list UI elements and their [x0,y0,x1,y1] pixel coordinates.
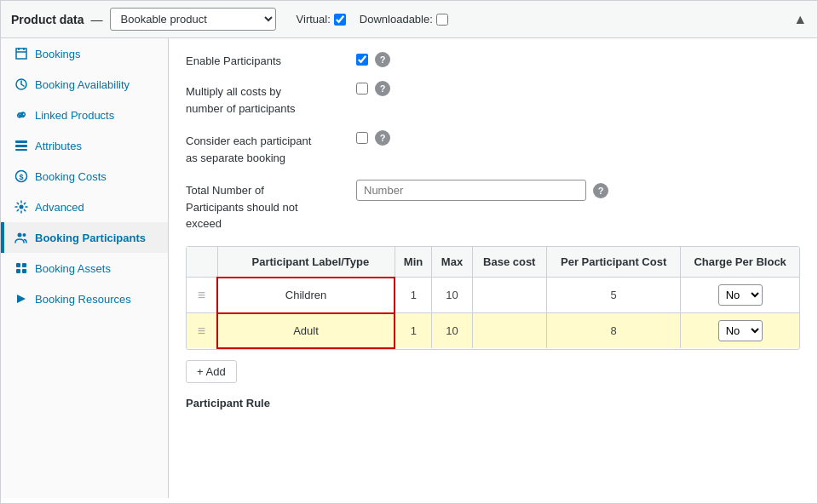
product-data-header: Product data — Bookable product Simple p… [1,1,817,38]
add-button[interactable]: + Add [186,360,237,383]
max-cell-children: 10 [432,278,472,313]
attributes-icon [14,139,28,152]
per-participant-cost-cell-adult: 8 [546,313,680,349]
sidebar-item-attributes[interactable]: Attributes [1,130,168,161]
downloadable-checkbox[interactable] [436,14,448,26]
sidebar-label-booking-availability: Booking Availability [35,78,130,91]
participants-icon [14,231,28,244]
consider-participant-checkbox[interactable] [356,132,368,144]
th-label-type: Participant Label/Type [217,247,395,278]
total-number-row: Total Number of Participants should not … [186,180,800,232]
header-checkboxes: Virtual: Downloadable: [297,13,448,26]
label-cell-children: Children [217,278,395,313]
th-max: Max [432,247,472,278]
product-data-container: Product data — Bookable product Simple p… [0,0,818,504]
costs-icon: $ [14,169,28,183]
svg-text:$: $ [19,173,23,181]
consider-participant-label: Consider each participant as separate bo… [186,130,348,166]
total-number-help[interactable]: ? [593,183,608,198]
enable-participants-checkbox[interactable] [356,54,368,66]
virtual-checkbox[interactable] [334,14,346,26]
svg-rect-12 [22,269,26,273]
participants-table: Participant Label/Type Min Max Base cost… [187,247,799,350]
consider-participant-help[interactable]: ? [375,130,390,146]
virtual-checkbox-item: Virtual: [297,13,346,26]
multiply-costs-help[interactable]: ? [375,81,390,96]
enable-participants-row: Enable Participants ? [186,52,800,67]
sidebar-label-booking-resources: Booking Resources [35,293,131,306]
enable-participants-label: Enable Participants [186,52,348,67]
main-content: Enable Participants ? Multiply all costs… [169,38,817,498]
max-cell-adult: 10 [432,313,472,349]
product-data-body: Bookings Booking Availability [1,38,817,498]
charge-per-block-cell-adult: No Yes [681,313,799,349]
sidebar: Bookings Booking Availability [1,38,169,498]
th-drag [187,247,217,278]
drag-handle[interactable] [198,288,205,303]
enable-participants-control: ? [356,52,390,67]
svg-rect-11 [16,269,20,273]
sidebar-item-booking-availability[interactable]: Booking Availability [1,69,168,100]
sidebar-item-booking-costs[interactable]: $ Booking Costs [1,161,168,192]
sidebar-item-booking-assets[interactable]: Booking Assets [1,253,168,284]
bookings-icon [14,47,28,60]
th-base-cost: Base cost [472,247,546,278]
participant-rule-label: Participant Rule [186,397,800,410]
multiply-costs-row: Multiply all costs by number of particip… [186,81,800,117]
collapse-arrow[interactable]: ▲ [793,12,807,27]
total-number-input[interactable] [356,180,586,201]
label-cell-adult: Adult [217,313,395,349]
sidebar-item-booking-participants[interactable]: Booking Participants [1,222,168,253]
sidebar-item-bookings[interactable]: Bookings [1,38,168,69]
th-per-participant-cost: Per Participant Cost [546,247,680,278]
multiply-costs-checkbox[interactable] [356,83,368,94]
charge-per-block-select-children[interactable]: No Yes [718,284,763,306]
sidebar-label-booking-assets: Booking Assets [35,262,111,275]
total-number-label: Total Number of Participants should not … [186,180,348,232]
th-charge-per-block: Charge Per Block [681,247,799,278]
sidebar-label-bookings: Bookings [35,48,80,60]
downloadable-label: Downloadable: [360,13,433,26]
svg-rect-10 [22,263,26,267]
total-number-control: ? [356,180,608,201]
linked-icon [14,108,28,122]
per-participant-cost-cell-children: 5 [546,278,680,313]
sidebar-item-linked-products[interactable]: Linked Products [1,100,168,130]
advanced-icon [14,200,28,214]
assets-icon [14,261,28,275]
product-data-dash: — [91,13,103,26]
min-cell-children: 1 [395,278,432,313]
product-type-select[interactable]: Bookable product Simple product Variable… [110,8,276,31]
svg-point-6 [20,205,24,209]
svg-rect-1 [15,140,27,143]
multiply-costs-label: Multiply all costs by number of particip… [186,81,348,117]
sidebar-label-booking-participants: Booking Participants [35,232,146,244]
drag-handle-cell-adult [187,313,217,349]
svg-point-7 [18,233,22,238]
product-data-label: Product data [11,13,84,26]
label-text-adult: Adult [293,324,319,337]
charge-per-block-select-adult[interactable]: No Yes [718,320,763,341]
drag-handle-adult[interactable] [198,324,205,339]
participants-table-wrapper: Participant Label/Type Min Max Base cost… [186,246,800,351]
min-cell-adult: 1 [395,313,432,349]
sidebar-label-booking-costs: Booking Costs [35,170,107,183]
consider-participant-control: ? [356,130,390,146]
svg-rect-2 [15,145,27,147]
charge-per-block-cell-children: No Yes [681,278,799,313]
svg-point-8 [23,233,26,237]
availability-icon [14,77,28,91]
enable-participants-help[interactable]: ? [375,52,390,67]
svg-rect-3 [15,149,27,151]
sidebar-item-advanced[interactable]: Advanced [1,192,168,222]
sidebar-label-linked-products: Linked Products [35,109,114,122]
drag-handle-cell [187,278,217,313]
svg-rect-9 [16,263,20,267]
sidebar-label-advanced: Advanced [35,201,84,214]
resources-icon [14,292,28,306]
sidebar-label-attributes: Attributes [35,140,82,152]
base-cost-cell-children [472,278,546,313]
sidebar-item-booking-resources[interactable]: Booking Resources [1,284,168,314]
consider-participant-row: Consider each participant as separate bo… [186,130,800,166]
base-cost-cell-adult [472,313,546,349]
